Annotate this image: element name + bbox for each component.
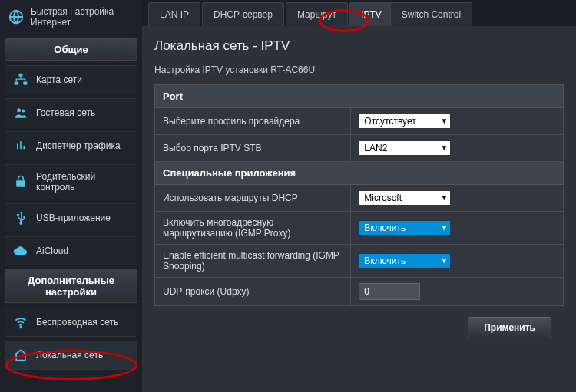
sidebar-item-label: Локальная сеть: [36, 350, 103, 361]
sidebar-item-label: Карта сети: [36, 74, 82, 85]
select-dhcp-routes[interactable]: Microsoft▼: [359, 190, 451, 206]
sidebar-item-label: AiCloud: [36, 245, 68, 256]
wifi-icon: [13, 315, 28, 330]
chevron-down-icon: ▼: [440, 193, 448, 202]
tab-lanip[interactable]: LAN IP: [148, 2, 200, 26]
traffic-icon: [13, 138, 28, 153]
setting-label: Выбор порта IPTV STB: [155, 135, 351, 162]
tab-dhcp[interactable]: DHCP-сервер: [202, 2, 284, 26]
row-dhcp-routes: Использовать маршруты DHCP Microsoft▼: [155, 185, 564, 212]
page-title: Локальная сеть - IPTV: [154, 38, 564, 54]
sidebar-item-wireless[interactable]: Беспроводная сеть: [5, 308, 137, 337]
input-udpxy[interactable]: [359, 283, 420, 300]
row-igmp-snoop: Enable efficient multicast forwarding (I…: [155, 245, 564, 278]
chevron-down-icon: ▼: [440, 256, 448, 265]
page-subtitle: Настройка IPTV установки RT-AC66U: [154, 64, 564, 75]
setting-label: Включить многоадресную маршрутизацию (IG…: [155, 212, 351, 245]
tab-switch[interactable]: Switch Control: [390, 2, 472, 26]
sidebar-item-lan[interactable]: Локальная сеть: [5, 341, 137, 370]
select-iptv-port[interactable]: LAN2▼: [359, 140, 451, 156]
setting-label: Использовать маршруты DHCP: [155, 185, 351, 212]
setting-label: Выберите профиль провайдера: [155, 108, 351, 135]
sidebar-section-general: Общие: [5, 38, 137, 61]
apply-button[interactable]: Применить: [468, 317, 551, 338]
sidebar-item-label: USB-приложение: [36, 212, 111, 223]
setting-label: Enable efficient multicast forwarding (I…: [155, 245, 351, 278]
svg-rect-3: [23, 82, 27, 85]
quick-setup-item[interactable]: Быстрая настройка Интернет: [5, 0, 137, 38]
lock-icon: [13, 174, 28, 189]
row-udpxy: UDP-прокси (Udpxy): [155, 278, 564, 306]
sidebar-item-traffic[interactable]: Диспетчер трафика: [5, 131, 137, 160]
chevron-down-icon: ▼: [440, 143, 448, 152]
select-igmp-snoop[interactable]: Включить▼: [359, 253, 451, 268]
chevron-down-icon: ▼: [440, 117, 448, 125]
sidebar-item-label: Гостевая сеть: [36, 107, 95, 118]
usb-icon: [13, 210, 28, 226]
group-port: Port: [155, 85, 564, 108]
main-panel: LAN IP DHCP-сервер Маршрут IPTV Switch C…: [142, 0, 576, 392]
network-icon: [13, 72, 28, 87]
setting-label: UDP-прокси (Udpxy): [155, 278, 351, 306]
sidebar-item-guest[interactable]: Гостевая сеть: [5, 98, 137, 127]
sidebar-item-usb[interactable]: USB-приложение: [5, 203, 137, 232]
globe-icon: [8, 8, 25, 25]
sidebar-item-label: Диспетчер трафика: [36, 140, 121, 151]
sidebar-item-networkmap[interactable]: Карта сети: [5, 65, 137, 94]
group-special: Специальные приложения: [155, 162, 564, 185]
select-provider-profile[interactable]: Отсутствует▼: [359, 114, 451, 129]
row-provider-profile: Выберите профиль провайдера Отсутствует▼: [155, 108, 564, 135]
row-iptv-port: Выбор порта IPTV STB LAN2▼: [155, 135, 564, 162]
tab-route[interactable]: Маршрут: [286, 2, 348, 26]
row-igmp-proxy: Включить многоадресную маршрутизацию (IG…: [155, 212, 564, 245]
cloud-icon: [13, 243, 28, 259]
quick-setup-label: Быстрая настройка Интернет: [31, 6, 134, 28]
sidebar: Быстрая настройка Интернет Общие Карта с…: [0, 0, 142, 392]
sidebar-item-aicloud[interactable]: AiCloud: [5, 236, 137, 265]
svg-point-7: [20, 327, 22, 328]
sidebar-item-label: Беспроводная сеть: [36, 317, 118, 328]
svg-rect-2: [15, 82, 18, 85]
settings-table: Port Выберите профиль провайдера Отсутст…: [154, 84, 564, 306]
sidebar-item-label: Родительский контроль: [36, 171, 129, 193]
tab-bar: LAN IP DHCP-сервер Маршрут IPTV Switch C…: [142, 0, 576, 26]
svg-point-4: [17, 108, 21, 112]
select-igmp-proxy[interactable]: Включить▼: [359, 220, 451, 236]
svg-rect-6: [16, 180, 25, 186]
sidebar-section-advanced: Дополнительные настройки: [5, 269, 137, 303]
guest-icon: [13, 105, 28, 120]
chevron-down-icon: ▼: [440, 223, 448, 232]
home-icon: [13, 348, 28, 363]
svg-rect-1: [19, 74, 23, 77]
svg-point-5: [22, 109, 25, 112]
sidebar-item-parental[interactable]: Родительский контроль: [5, 164, 137, 199]
tab-iptv[interactable]: IPTV: [349, 2, 393, 26]
